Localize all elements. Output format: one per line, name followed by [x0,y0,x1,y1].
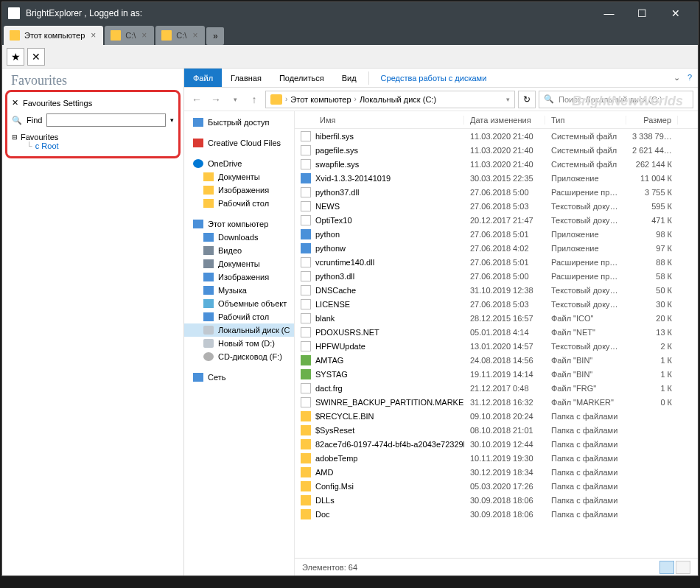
nav-volumes[interactable]: Объемные объект [184,297,294,310]
column-name[interactable]: Имя [295,116,464,125]
file-row[interactable]: Config.Msi05.03.2020 17:26Папка с файлам… [295,479,698,493]
refresh-button[interactable]: ↻ [518,91,536,108]
file-row[interactable]: $SysReset08.10.2018 21:01Папка с файлами [295,423,698,437]
file-icon [301,131,311,141]
nav-creative-cloud[interactable]: Creative Cloud Files [184,136,294,150]
favourites-settings-button[interactable]: ✕ Favourites Settings [10,95,175,111]
nav-desktop[interactable]: Рабочий стол [184,197,294,210]
favourite-star-button[interactable]: ★ [7,48,24,66]
forward-button[interactable]: → [208,91,224,108]
file-row[interactable]: pagefile.sys11.03.2020 21:40Системный фа… [295,143,698,157]
file-row[interactable]: Xvid-1.3.3-2014101930.03.2015 22:35Прило… [295,171,698,185]
chevron-down-icon[interactable]: ▾ [170,116,174,124]
file-row[interactable]: hiberfil.sys11.03.2020 21:40Системный фа… [295,129,698,143]
help-icon[interactable]: ? [687,73,692,83]
column-type[interactable]: Тип [545,116,626,125]
tab-overflow-button[interactable]: » [206,27,224,45]
file-row[interactable]: HPFWUpdate13.01.2020 14:57Текстовый доку… [295,339,698,353]
file-row[interactable]: AMTAG24.08.2018 14:56Файл "BIN"1 К [295,353,698,367]
explorer-body: Быстрый доступ Creative Cloud Files OneD… [184,111,698,575]
tab-c1[interactable]: C:\ × [105,26,154,45]
file-row[interactable]: python27.06.2018 5:01Приложение98 К [295,227,698,241]
tab-thispc[interactable]: Этот компьютер × [4,26,103,45]
ribbon-share[interactable]: Поделиться [270,69,333,87]
up-button[interactable]: ↑ [246,91,262,108]
nav-documents2[interactable]: Документы [184,257,294,270]
file-row[interactable]: python37.dll27.06.2018 5:00Расширение пр… [295,185,698,199]
view-details-button[interactable] [659,561,674,574]
breadcrumb-localdisk[interactable]: Локальный диск (C:) [360,95,436,104]
view-icons-button[interactable] [676,561,690,574]
tab-c2[interactable]: C:\ × [155,26,205,45]
nav-network[interactable]: Сеть [184,371,294,384]
nav-new-volume[interactable]: Новый том (D:) [184,337,294,350]
chevron-down-icon[interactable]: ⌄ [673,73,680,83]
nav-images[interactable]: Изображения [184,183,294,197]
ribbon-file[interactable]: Файл [184,69,222,87]
breadcrumb-thispc[interactable]: Этот компьютер [290,95,351,104]
file-row[interactable]: $RECYCLE.BIN09.10.2018 20:24Папка с файл… [295,409,698,423]
find-input[interactable] [46,113,166,127]
file-date: 27.06.2018 5:01 [464,258,545,267]
folder-icon [10,30,20,41]
favourites-pane: Favourites ✕ Favourites Settings 🔍 Find … [2,69,184,575]
file-row[interactable]: AMD30.12.2019 18:34Папка с файлами [295,465,698,479]
chevron-right-icon[interactable]: › [285,95,287,103]
nav-video[interactable]: Видео [184,244,294,257]
file-row[interactable]: dact.frg21.12.2017 0:48Файл "FRG"1 К [295,381,698,395]
file-row[interactable]: swapfile.sys11.03.2020 21:40Системный фа… [295,157,698,171]
file-row[interactable]: python3.dll27.06.2018 5:00Расширение при… [295,269,698,283]
chevron-right-icon[interactable]: › [354,95,357,103]
file-row[interactable]: LICENSE27.06.2018 5:03Текстовый докум...… [295,297,698,311]
chevron-down-icon[interactable]: ▾ [506,96,510,103]
close-icon[interactable]: × [89,30,97,41]
nav-documents[interactable]: Документы [184,170,294,183]
recent-dropdown[interactable]: ▾ [227,91,243,108]
column-size[interactable]: Размер [626,116,678,125]
nav-onedrive[interactable]: OneDrive [184,157,294,170]
nav-thispc[interactable]: Этот компьютер [184,217,294,231]
nav-local-disk[interactable]: Локальный диск (C [184,323,294,337]
file-type: Расширение при... [545,188,626,197]
close-icon[interactable]: × [191,30,199,41]
nav-downloads[interactable]: Downloads [184,231,294,244]
column-date[interactable]: Дата изменения [464,116,545,125]
close-button[interactable]: ✕ [659,2,692,24]
file-row[interactable]: NEWS27.06.2018 5:03Текстовый докум...595… [295,199,698,213]
file-row[interactable]: DNSCache31.10.2019 12:38Текстовый докум.… [295,283,698,297]
file-row[interactable]: pythonw27.06.2018 4:02Приложение97 К [295,241,698,255]
tree-child[interactable]: └ c Root [12,141,174,150]
nav-music[interactable]: Музыка [184,284,294,297]
breadcrumb[interactable]: › Этот компьютер › Локальный диск (C:) ▾ [265,91,515,108]
tree-root[interactable]: ⊟ Favourites [12,133,174,141]
ribbon-tools[interactable]: Средства работы с дисками [372,69,496,87]
file-row[interactable]: SWINRE_BACKUP_PARTITION.MARKER31.12.2018… [295,395,698,409]
nav-images2[interactable]: Изображения [184,270,294,284]
close-icon[interactable]: × [140,30,148,41]
file-row[interactable]: PDOXUSRS.NET05.01.2018 4:14Файл "NET"13 … [295,325,698,339]
file-row[interactable]: Doc30.09.2018 18:06Папка с файлами [295,507,698,521]
file-row[interactable]: 82ace7d6-0197-474d-bf4b-a2043e72329b30.1… [295,437,698,451]
file-icon [301,285,311,295]
collapse-icon[interactable]: ⊟ [12,133,18,141]
file-row[interactable]: SYSTAG19.11.2019 14:14Файл "BIN"1 К [295,367,698,381]
file-row[interactable]: blank28.12.2015 16:57Файл "ICO"20 К [295,311,698,325]
nav-desktop2[interactable]: Рабочий стол [184,310,294,323]
nav-cd-drive[interactable]: CD-дисковод (F:) [184,350,294,363]
minimize-button[interactable]: — [592,2,626,24]
nav-quick-access[interactable]: Быстрый доступ [184,116,294,129]
settings-button[interactable]: ✕ [27,48,45,66]
file-type: Приложение [545,230,626,239]
ribbon-home[interactable]: Главная [222,69,270,87]
file-row[interactable]: vcruntime140.dll27.06.2018 5:01Расширени… [295,255,698,269]
ribbon-view[interactable]: Вид [333,69,365,87]
file-row[interactable]: adobeTemp10.11.2019 19:30Папка с файлами [295,451,698,465]
file-row[interactable]: OptiTex1020.12.2017 21:47Текстовый докум… [295,213,698,227]
file-icon [301,159,311,169]
file-name: OptiTex10 [315,216,352,225]
maximize-button[interactable]: ☐ [626,2,659,24]
file-type: Текстовый докум... [545,202,626,211]
back-button[interactable]: ← [189,91,205,108]
nav-tree: Быстрый доступ Creative Cloud Files OneD… [184,111,295,575]
file-row[interactable]: DLLs30.09.2018 18:06Папка с файлами [295,493,698,507]
